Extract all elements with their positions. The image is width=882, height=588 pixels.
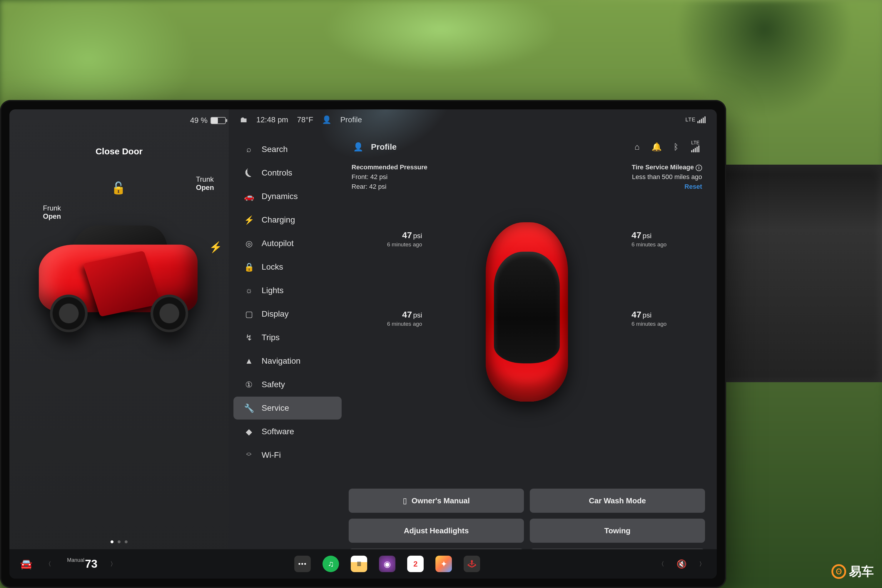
watermark-icon: ʘ [831,564,846,579]
sidebar-item-label: Charging [262,215,295,225]
sidebar-item-search[interactable]: ⌕Search [233,138,342,161]
dock: 🚘 〈 Manual 73 〉 ••• ♫ ≣ ◉ 2 ✦ 🕹 〈 🔇 〉 [9,549,717,579]
car-dock-icon[interactable]: 🚘 [20,558,32,570]
bell-icon[interactable]: 🔔 [650,142,663,152]
sidebar-item-label: Wi-Fi [262,450,281,460]
climate-value: 73 [85,558,98,570]
home-icon[interactable]: ⌂ [630,142,644,152]
lights-icon: ☼ [244,286,254,295]
trips-icon: ↯ [244,333,254,342]
locks-icon: 🔒 [244,262,254,272]
notes-app-icon[interactable]: ≣ [351,556,367,572]
signal-icon[interactable]: LTE [688,140,702,153]
climate-mode: Manual [67,557,84,563]
service-icon: 🔧 [244,404,254,413]
climate-temp[interactable]: Manual 73 [67,558,98,570]
temp-up-icon[interactable]: 〉 [109,560,117,568]
watermark-text: 易车 [849,563,874,580]
tire-front-left: 47psi 6 minutes ago [372,230,422,248]
settings-sidebar: ⌕Search⏾Controls🚗Dynamics⚡Charging◎Autop… [229,130,346,579]
sidebar-item-label: Display [262,309,289,319]
profile-label[interactable]: Profile [371,142,397,152]
sidebar-item-controls[interactable]: ⏾Controls [233,161,342,184]
creative-app-icon[interactable]: ✦ [435,556,452,572]
temp-down-icon[interactable]: 〈 [44,560,52,568]
sidebar-item-label: Trips [262,333,280,342]
touchscreen-bezel: 49 % Close Door 🔓 ⚡ Frunk Open Trunk Ope… [0,100,726,588]
settings-pane: 🖿 12:48 pm 78°F 👤 Profile LTE ⌕Search⏾Co… [229,110,717,579]
trunk-callout[interactable]: Trunk Open [196,175,214,192]
charging-icon: ⚡ [244,215,254,225]
sidebar-item-label: Service [262,404,289,413]
sidebar-item-label: Autopilot [262,239,294,248]
tire-service-mileage: Tire Service Mileagei Less than 500 mile… [632,162,702,191]
person-icon[interactable]: 👤 [322,115,332,124]
recommended-pressure: Recommended Pressure Front: 42 psi Rear:… [352,162,428,191]
sidebar-item-autopilot[interactable]: ◎Autopilot [233,232,342,255]
bluetooth-icon[interactable]: ᛒ [669,142,682,152]
car-top-render [486,222,568,402]
sidebar-item-navigation[interactable]: ▲Navigation [233,350,342,372]
reset-link[interactable]: Reset [632,182,702,191]
sidebar-item-wi-fi[interactable]: ⌔Wi-Fi [233,444,342,466]
sidebar-item-label: Dynamics [262,192,298,201]
car-wash-button[interactable]: Car Wash Mode [530,489,705,513]
safety-icon: ① [244,380,254,390]
battery-pct: 49 % [190,116,208,125]
trunk-label: Trunk [196,175,214,183]
folder-icon[interactable]: 🖿 [240,115,248,124]
dock-right-icons: 〈 🔇 〉 [657,559,706,569]
vehicle-pane: 49 % Close Door 🔓 ⚡ Frunk Open Trunk Ope… [9,110,229,579]
close-door-label[interactable]: Close Door [9,146,229,156]
sidebar-item-safety[interactable]: ①Safety [233,373,342,396]
trunk-action: Open [196,183,214,192]
sidebar-item-label: Software [262,427,294,436]
clock: 12:48 pm [256,115,288,124]
rec-front: Front: 42 psi [352,172,428,182]
display-icon: ▢ [244,309,254,319]
vol-up-icon[interactable]: 〉 [698,560,706,568]
search-icon: ⌕ [244,145,254,154]
charge-bolt-icon[interactable]: ⚡ [209,241,222,254]
profile-top-label[interactable]: Profile [340,115,362,124]
watermark: ʘ 易车 [831,563,874,580]
volume-mute-icon[interactable]: 🔇 [676,559,687,569]
calendar-app-icon[interactable]: 2 [407,556,424,572]
camera-app-icon[interactable]: ◉ [379,556,395,572]
sidebar-item-label: Lights [262,286,284,295]
vol-down-icon[interactable]: 〈 [657,560,665,568]
person-icon[interactable]: 👤 [352,142,365,152]
svc-title: Tire Service Mileage [632,164,694,171]
app-drawer-icon[interactable]: ••• [294,556,311,572]
outside-temp: 78°F [297,115,313,124]
sidebar-item-label: Locks [262,262,283,272]
tire-rear-right: 47psi 6 minutes ago [632,310,681,327]
sidebar-item-charging[interactable]: ⚡Charging [233,208,342,231]
sidebar-item-lights[interactable]: ☼Lights [233,279,342,302]
adjust-headlights-button[interactable]: Adjust Headlights [349,519,524,543]
sidebar-item-trips[interactable]: ↯Trips [233,326,342,349]
sidebar-item-software[interactable]: ◆Software [233,420,342,443]
autopilot-icon: ◎ [244,239,254,248]
car-3d-view[interactable]: 🔓 ⚡ Frunk Open Trunk Open [9,165,229,537]
sidebar-item-locks[interactable]: 🔒Locks [233,255,342,278]
arcade-icon[interactable]: 🕹 [464,556,480,572]
sidebar-item-label: Controls [262,168,292,178]
sidebar-item-dynamics[interactable]: 🚗Dynamics [233,185,342,208]
owners-manual-button[interactable]: ▯Owner's Manual [349,489,524,513]
book-icon: ▯ [403,496,407,506]
wi-fi-icon: ⌔ [244,450,254,460]
svc-sub: Less than 500 miles ago [632,172,702,182]
battery-status: 49 % [190,116,226,125]
tire-front-right: 47psi 6 minutes ago [632,230,681,248]
software-icon: ◆ [244,427,254,436]
sidebar-item-display[interactable]: ▢Display [233,303,342,326]
unlock-icon[interactable]: 🔓 [111,181,126,195]
settings-content: ⌕Search⏾Controls🚗Dynamics⚡Charging◎Autop… [229,130,717,579]
towing-button[interactable]: Towing [530,519,705,543]
page-dots[interactable] [9,540,229,543]
spotify-icon[interactable]: ♫ [322,556,339,572]
sidebar-item-service[interactable]: 🔧Service [233,397,342,420]
info-icon[interactable]: i [696,165,702,171]
sidebar-item-label: Safety [262,380,285,389]
